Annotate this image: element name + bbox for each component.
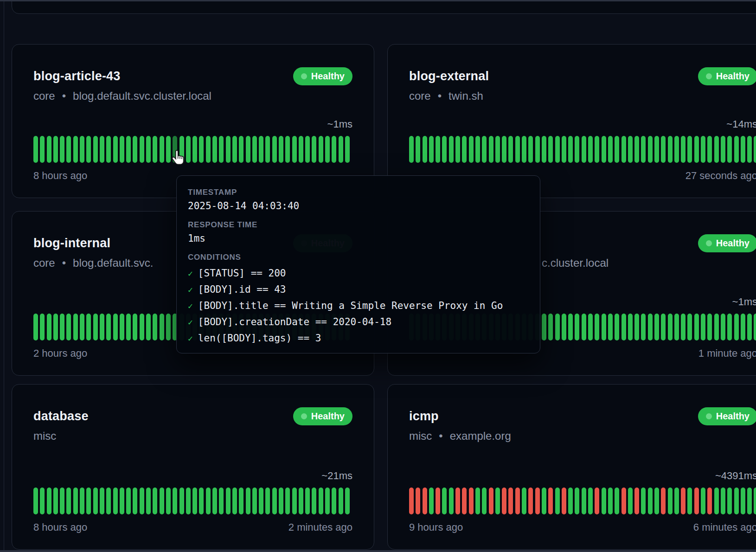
- status-bar[interactable]: [489, 488, 493, 514]
- status-bar[interactable]: [265, 488, 270, 514]
- status-bar[interactable]: [153, 488, 157, 514]
- status-bar[interactable]: [60, 314, 64, 340]
- status-bar[interactable]: [192, 136, 197, 163]
- status-bar[interactable]: [595, 488, 599, 514]
- status-bar[interactable]: [146, 488, 151, 514]
- status-bar[interactable]: [595, 136, 599, 163]
- status-bar[interactable]: [747, 314, 752, 340]
- status-bar[interactable]: [100, 488, 104, 514]
- status-bar[interactable]: [535, 488, 540, 514]
- status-bar[interactable]: [661, 136, 666, 163]
- status-bar[interactable]: [305, 488, 310, 514]
- status-bar[interactable]: [40, 314, 45, 340]
- status-bar[interactable]: [133, 136, 137, 163]
- status-bar[interactable]: [641, 314, 646, 340]
- status-bar[interactable]: [292, 488, 297, 514]
- status-bar[interactable]: [113, 136, 118, 163]
- status-bar[interactable]: [259, 488, 263, 514]
- status-bar[interactable]: [120, 314, 124, 340]
- status-bar[interactable]: [681, 314, 686, 340]
- status-bar[interactable]: [153, 314, 157, 340]
- status-bar[interactable]: [93, 136, 98, 163]
- status-bar[interactable]: [325, 488, 330, 514]
- status-bar[interactable]: [252, 136, 257, 163]
- status-bar[interactable]: [305, 136, 310, 163]
- status-bar[interactable]: [299, 136, 303, 163]
- status-bar[interactable]: [482, 136, 487, 163]
- status-bar[interactable]: [436, 136, 440, 163]
- status-bar[interactable]: [226, 488, 231, 514]
- status-bar[interactable]: [80, 136, 84, 163]
- status-bar[interactable]: [449, 136, 454, 163]
- status-bar[interactable]: [707, 136, 712, 163]
- status-bar[interactable]: [429, 488, 434, 514]
- status-bar[interactable]: [325, 136, 330, 163]
- status-bar[interactable]: [555, 488, 560, 514]
- status-bar[interactable]: [608, 314, 613, 340]
- status-bar[interactable]: [542, 314, 546, 340]
- status-bar[interactable]: [621, 314, 626, 340]
- status-bar[interactable]: [542, 488, 546, 514]
- service-card-database[interactable]: database Healthy misc ~21ms 8 hours ago …: [12, 384, 374, 550]
- status-bar[interactable]: [502, 488, 506, 514]
- status-bar[interactable]: [568, 136, 573, 163]
- status-bar[interactable]: [727, 314, 732, 340]
- status-bar[interactable]: [40, 488, 45, 514]
- status-bar[interactable]: [582, 314, 586, 340]
- status-bar[interactable]: [681, 488, 686, 514]
- status-bar[interactable]: [734, 136, 739, 163]
- status-bar[interactable]: [694, 136, 699, 163]
- status-bar[interactable]: [232, 488, 237, 514]
- status-bar[interactable]: [528, 136, 533, 163]
- status-bar[interactable]: [86, 488, 91, 514]
- status-bar[interactable]: [212, 488, 217, 514]
- status-bar[interactable]: [279, 136, 283, 163]
- status-bar[interactable]: [272, 136, 277, 163]
- status-bar[interactable]: [515, 136, 520, 163]
- status-bar[interactable]: [628, 488, 633, 514]
- status-bar[interactable]: [634, 314, 639, 340]
- status-bar[interactable]: [654, 314, 659, 340]
- status-bar[interactable]: [634, 488, 639, 514]
- status-bar[interactable]: [166, 314, 171, 340]
- status-bar[interactable]: [555, 314, 560, 340]
- status-bar[interactable]: [568, 488, 573, 514]
- status-bar[interactable]: [535, 136, 540, 163]
- status-bar[interactable]: [747, 488, 752, 514]
- status-bar[interactable]: [615, 488, 619, 514]
- status-bar[interactable]: [100, 314, 104, 340]
- status-bar[interactable]: [423, 488, 427, 514]
- status-bar[interactable]: [562, 314, 566, 340]
- status-bar[interactable]: [160, 314, 164, 340]
- status-bar[interactable]: [707, 314, 712, 340]
- status-bar[interactable]: [312, 136, 316, 163]
- status-bar[interactable]: [173, 488, 177, 514]
- status-bar[interactable]: [661, 488, 666, 514]
- status-bar[interactable]: [668, 488, 673, 514]
- status-bar[interactable]: [40, 136, 45, 163]
- status-bar[interactable]: [279, 488, 283, 514]
- status-bar[interactable]: [602, 488, 606, 514]
- status-bar[interactable]: [80, 314, 84, 340]
- status-bar[interactable]: [714, 314, 719, 340]
- status-bar[interactable]: [595, 314, 599, 340]
- status-bar[interactable]: [641, 136, 646, 163]
- status-bar[interactable]: [153, 136, 157, 163]
- status-bar[interactable]: [701, 488, 705, 514]
- status-bar[interactable]: [33, 488, 38, 514]
- status-bar[interactable]: [120, 488, 124, 514]
- status-bar[interactable]: [588, 314, 593, 340]
- status-bar[interactable]: [741, 314, 745, 340]
- status-bar[interactable]: [239, 136, 243, 163]
- status-bar[interactable]: [475, 136, 480, 163]
- status-bar[interactable]: [126, 314, 131, 340]
- status-bar[interactable]: [345, 488, 350, 514]
- status-bar[interactable]: [93, 488, 98, 514]
- status-bar[interactable]: [166, 488, 171, 514]
- status-bar[interactable]: [160, 488, 164, 514]
- status-bar[interactable]: [654, 136, 659, 163]
- status-bar[interactable]: [668, 136, 673, 163]
- status-bar[interactable]: [634, 136, 639, 163]
- status-bar[interactable]: [436, 488, 440, 514]
- previous-card-cut-off[interactable]: [12, 0, 756, 14]
